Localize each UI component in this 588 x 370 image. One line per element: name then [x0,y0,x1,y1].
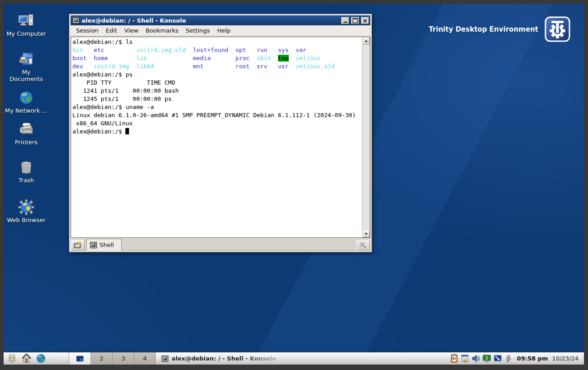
window-title: alex@debian: / - Shell - Konsole [81,17,339,24]
volume-icon[interactable] [471,354,481,363]
clock-time: 09:58 pm [517,355,548,362]
desktop-icon-my-documents[interactable]: My Documents [5,51,48,82]
taskbar-launchers [4,352,50,365]
konsole-task-icon [162,356,168,362]
menubar: Session Edit View Bookmarks Settings Hel… [71,25,370,36]
scroll-up-button[interactable] [363,37,370,44]
taskbar: 2 3 4 alex@debian: / - Shell - Konsole [4,352,584,365]
organizer-alarm-icon[interactable] [460,354,470,363]
tab-shell[interactable]: Shell [86,239,122,251]
titlebar[interactable]: alex@debian: / - Shell - Konsole × [71,15,370,25]
clock-date: 10/23/24 [552,355,578,362]
desktop-icon-trash[interactable]: Trash [5,159,48,184]
desktop-icon-label: Web Browser [7,217,45,223]
desktop-icon-my-computer[interactable]: My Computer [5,13,48,37]
desktop-icon-web-browser[interactable]: Web Browser [5,199,48,223]
system-tray [446,352,517,365]
desktop-icon-label: Printers [15,139,38,146]
konsole-window-icon [72,17,79,24]
display-icon[interactable] [493,354,502,363]
terminal-output[interactable]: alex@debian:/$ lsbin etc initrd.img.old … [71,37,362,237]
trash-icon [18,159,34,176]
session-list-icon [359,242,367,249]
taskbar-clock[interactable]: 09:58 pm 10/23/24 [517,352,584,365]
session-list-button[interactable] [356,240,370,251]
desktop-icon-label: My Network ... [5,107,48,114]
terminal-cursor [125,128,129,134]
desktop-icon-label: My Computer [6,30,46,37]
menu-help[interactable]: Help [214,26,234,35]
globe-icon [36,353,46,364]
web-browser-icon [18,199,34,215]
computer-icon [18,13,34,29]
konsole-window: alex@debian: / - Shell - Konsole × Sessi… [69,14,372,252]
branding-text: Trinity Desktop Environment [429,25,538,33]
desktop-icon-printers[interactable]: Printers [5,121,48,146]
menu-view[interactable]: View [121,26,142,35]
tde-menu-button[interactable] [7,353,17,364]
klipper-icon[interactable] [449,354,459,363]
home-button[interactable] [21,353,32,364]
task-label: alex@debian: / - Shell - Konsole [172,355,425,362]
desktop-icon-label: Trash [19,177,34,184]
branding: Trinity Desktop Environment [429,16,570,42]
session-tabbar: Shell [71,238,370,251]
system-info-icon[interactable] [482,354,492,363]
network-icon [18,90,34,106]
tde-logo-icon [545,16,570,42]
pager-desktop-2[interactable]: 2 [91,352,112,365]
shell-tab-icon [90,242,97,248]
desktop: My Computer My Documents My Network ... [4,4,584,365]
network-plug-icon[interactable] [504,354,513,363]
pager-desktop-4[interactable]: 4 [134,352,156,365]
maximize-button[interactable] [351,17,359,24]
close-button[interactable]: × [361,17,369,24]
desktop-icon-my-network[interactable]: My Network ... [5,90,48,114]
tabbar-spacer [122,239,356,251]
new-session-icon [73,241,82,249]
menu-edit[interactable]: Edit [102,26,121,35]
desktop-pager: 2 3 4 [69,352,156,365]
task-button-konsole[interactable]: alex@debian: / - Shell - Konsole [156,352,446,365]
terminal-area: alex@debian:/$ lsbin etc initrd.img.old … [71,37,370,238]
printer-icon [18,121,34,138]
pager-window-icon [76,355,84,362]
new-session-button[interactable] [71,240,85,251]
menu-settings[interactable]: Settings [182,26,213,35]
tde-menu-icon [7,353,17,364]
pager-desktop-1[interactable] [69,352,91,365]
browser-launcher-button[interactable] [36,353,46,364]
menu-bookmarks[interactable]: Bookmarks [142,26,182,35]
scroll-down-button[interactable] [363,230,370,237]
tab-label: Shell [100,242,114,248]
terminal-scrollbar [362,37,370,237]
home-icon [21,353,32,364]
minimize-button[interactable] [341,17,349,24]
pager-desktop-3[interactable]: 3 [112,352,134,365]
documents-icon [18,51,34,67]
desktop-icon-label: My Documents [5,69,48,82]
scrollbar-track[interactable] [363,44,370,230]
menu-session[interactable]: Session [72,26,102,35]
